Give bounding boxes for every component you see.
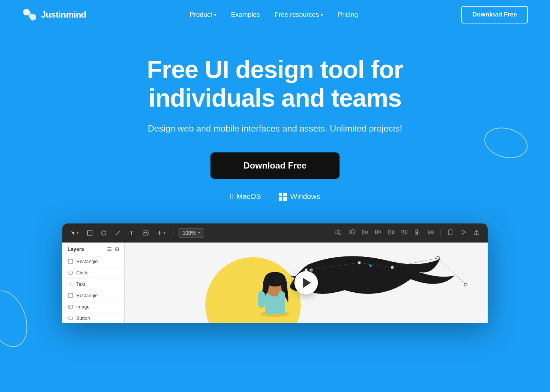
layer-item-button[interactable]: Button	[62, 313, 124, 323]
platform-badges:  MacOS Windows	[15, 192, 535, 201]
text-tool-button[interactable]: T	[126, 229, 137, 237]
layer-item-rectangle-2[interactable]: Rectangle	[62, 290, 124, 302]
svg-rect-26	[402, 230, 404, 233]
svg-rect-43	[69, 317, 73, 319]
nav-link-product[interactable]: Product ▾	[190, 11, 216, 19]
align-tool-2[interactable]	[346, 227, 357, 239]
hero-title: Free UI design tool for individuals and …	[110, 55, 440, 112]
layer-item-text[interactable]: T Text	[62, 279, 124, 290]
hero-download-button[interactable]: Download Free	[210, 152, 340, 179]
share-button[interactable]	[472, 227, 482, 239]
align-tool-7[interactable]	[412, 227, 423, 239]
text-icon: T	[67, 281, 73, 287]
layers-header: Layers ☰ ⊞	[62, 243, 124, 256]
circle-tool-button[interactable]	[99, 229, 109, 237]
nav-link-pricing[interactable]: Pricing	[338, 11, 358, 19]
align-tool-3[interactable]	[360, 227, 370, 239]
logo-text: Justinmind	[41, 10, 86, 20]
image-tool-button[interactable]	[140, 229, 151, 237]
canvas-content	[125, 243, 488, 323]
button-icon	[67, 315, 73, 321]
device-preview-button[interactable]	[445, 227, 455, 239]
platform-badge-windows[interactable]: Windows	[279, 192, 320, 201]
nav-item-pricing[interactable]: Pricing	[338, 11, 358, 19]
svg-rect-33	[432, 231, 433, 233]
play-button[interactable]	[294, 271, 318, 295]
svg-rect-38	[69, 259, 73, 263]
rect-tool-button[interactable]	[85, 229, 95, 237]
svg-point-4	[102, 231, 106, 235]
logo[interactable]: Justinmind	[22, 7, 86, 22]
rectangle-icon	[67, 293, 73, 299]
svg-rect-51	[278, 291, 285, 308]
toolbar-separator	[173, 229, 173, 237]
rectangle-icon	[67, 259, 73, 265]
svg-point-36	[450, 234, 451, 234]
svg-point-39	[69, 271, 73, 275]
app-toolbar: ▾ T ▾	[62, 223, 488, 243]
layers-header-icons: ☰ ⊞	[107, 246, 119, 252]
svg-line-5	[115, 231, 120, 235]
svg-text:T: T	[130, 230, 133, 236]
toolbar-separator-2	[440, 229, 441, 237]
play-triangle-icon	[303, 278, 311, 288]
svg-text:T: T	[69, 282, 72, 286]
windows-icon	[279, 193, 287, 201]
svg-rect-30	[416, 233, 418, 235]
line-tool-button[interactable]	[113, 229, 123, 237]
layers-title: Layers	[67, 246, 84, 252]
align-tool-6[interactable]	[399, 227, 410, 239]
toolbar-right-icons	[333, 227, 482, 239]
layer-item-rectangle-1[interactable]: Rectangle	[62, 256, 124, 267]
cursor-tool-button[interactable]: ▾	[68, 229, 81, 237]
svg-rect-11	[336, 231, 338, 234]
align-tool-4[interactable]	[373, 227, 383, 239]
nav-download-button[interactable]: Download Free	[461, 6, 528, 23]
svg-point-8	[146, 232, 147, 233]
svg-rect-21	[379, 231, 381, 233]
app-body: Layers ☰ ⊞ Rectangle	[62, 243, 488, 323]
align-tool-1[interactable]	[333, 227, 344, 239]
canvas-area	[125, 243, 488, 323]
nav-link-free-resources[interactable]: Free resources ▾	[275, 11, 323, 19]
svg-point-53	[311, 269, 313, 271]
chevron-down-icon: ▾	[164, 230, 166, 235]
add-tool-button[interactable]: ▾	[154, 229, 168, 237]
align-tool-8[interactable]	[426, 227, 436, 239]
nav-item-examples[interactable]: Examples	[231, 11, 260, 19]
decorative-swirl-left	[0, 285, 34, 353]
nav-links: Product ▾ Examples Free resources ▾ Pric…	[190, 11, 358, 19]
logo-icon	[22, 7, 37, 22]
nav-item-product[interactable]: Product ▾	[190, 11, 216, 19]
apple-icon: 	[230, 192, 233, 201]
chevron-down-icon: ▾	[321, 12, 323, 18]
chevron-down-icon: ▾	[198, 230, 200, 235]
image-icon	[67, 304, 73, 310]
circle-icon	[67, 270, 73, 276]
svg-rect-20	[375, 230, 377, 234]
chevron-down-icon: ▾	[77, 230, 79, 235]
svg-rect-14	[349, 230, 351, 233]
layers-panel: Layers ☰ ⊞ Rectangle	[62, 243, 125, 323]
platform-badge-macos[interactable]:  MacOS	[230, 192, 261, 201]
layers-list-icon[interactable]: ☰	[107, 246, 112, 252]
align-tool-5[interactable]	[386, 227, 396, 239]
svg-rect-41	[69, 293, 73, 297]
nav-item-free-resources[interactable]: Free resources ▾	[275, 11, 323, 19]
layer-item-image[interactable]: Image	[62, 302, 124, 313]
hero-section: Free UI design tool for individuals and …	[0, 29, 550, 323]
svg-rect-29	[416, 230, 418, 233]
navigation: Justinmind Product ▾ Examples Free resou…	[0, 0, 550, 29]
hero-subtitle: Design web and mobile interfaces and ass…	[15, 122, 535, 135]
svg-rect-3	[88, 231, 92, 235]
svg-rect-50	[258, 291, 265, 308]
svg-rect-32	[428, 231, 430, 233]
layers-grid-icon[interactable]: ⊞	[115, 246, 119, 252]
app-screenshot: ▾ T ▾	[62, 223, 488, 323]
svg-rect-12	[339, 230, 341, 234]
nav-link-examples[interactable]: Examples	[231, 11, 260, 19]
layer-item-circle[interactable]: Circle	[62, 267, 124, 279]
zoom-value: 100%	[183, 230, 196, 236]
play-preview-button[interactable]	[458, 227, 469, 239]
zoom-control[interactable]: 100% ▾	[179, 228, 204, 238]
